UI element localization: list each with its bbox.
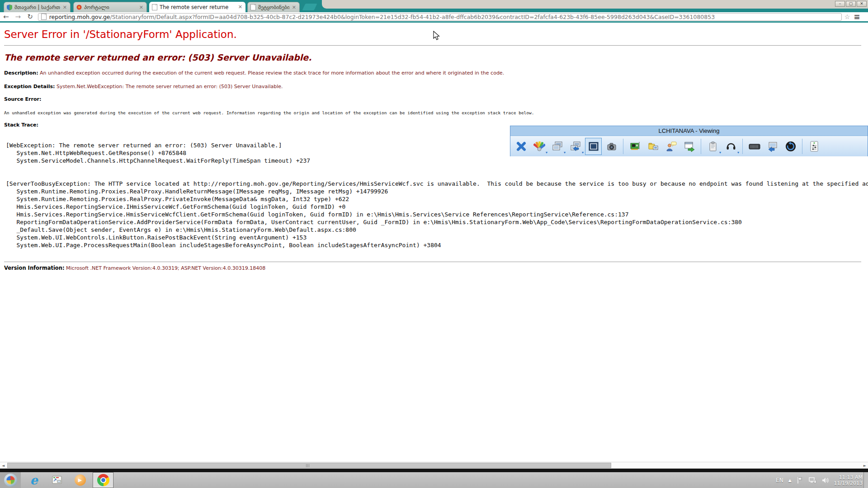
show-desktop-button[interactable] (863, 472, 868, 488)
taskbar-system-app[interactable] (47, 472, 67, 488)
color-fan-icon (533, 141, 545, 152)
toolbar-separator (802, 139, 802, 154)
titlebar-gray-area: – ▢ ✕ (322, 0, 868, 9)
taskbar-chrome[interactable] (93, 472, 113, 488)
folder-computer-icon (647, 141, 659, 152)
window-maximize-button[interactable]: ▢ (846, 1, 856, 7)
window-bottom-edge (0, 469, 868, 472)
bookmark-star-icon[interactable]: ☆ (844, 13, 850, 20)
chrome-icon (97, 474, 109, 486)
monitors-button[interactable] (549, 138, 566, 155)
send-keyboard-button[interactable] (746, 138, 763, 155)
forward-button[interactable]: → (12, 13, 24, 21)
settings-button[interactable] (806, 138, 822, 155)
remote-viewer-toolbar[interactable]: LCHITANAVA - Viewing (510, 126, 868, 156)
page-icon (41, 14, 47, 20)
scrollbar-grip (306, 464, 310, 467)
disconnect-button[interactable] (513, 138, 529, 155)
monitor-switch-button[interactable] (567, 138, 584, 155)
color-quality-button[interactable] (531, 138, 547, 155)
clock-date: 11/19/2013 (834, 480, 863, 486)
clipboard-button[interactable] (704, 138, 721, 155)
url-text: reporting.moh.gov.ge/Stationaryform/Defa… (49, 14, 715, 20)
viewer-title[interactable]: LCHITANAVA - Viewing (510, 126, 868, 136)
toolbar-separator (742, 139, 743, 154)
language-indicator[interactable]: EN (776, 477, 783, 483)
chat-button[interactable] (663, 138, 679, 155)
window-send-icon (684, 141, 695, 152)
system-tray: EN ▲ 11:13 AM 11/19/2013 (776, 472, 863, 488)
taskbar-media-player[interactable]: ▶ (70, 472, 90, 488)
tab-portal[interactable]: პორტალი ✕ (73, 2, 147, 12)
screenshot-button[interactable] (603, 138, 620, 155)
file-transfer-button[interactable] (645, 138, 661, 155)
page-favicon-icon (250, 4, 256, 10)
version-line: Version Information: Microsoft .NET Fram… (4, 265, 868, 271)
hidden-icons-chevron[interactable]: ▲ (788, 478, 792, 483)
volume-icon[interactable] (821, 477, 829, 484)
new-tab-button[interactable] (302, 4, 317, 10)
tab-title: პორტალი (84, 4, 137, 10)
taskbar-internet-explorer[interactable]: e (24, 472, 44, 488)
url-path: /Stationaryform/Default.aspx?formID=aa04… (110, 14, 715, 20)
browser-toolbar: ← → ↻ reporting.moh.gov.ge/Stationaryfor… (0, 12, 868, 21)
action-center-flag-icon[interactable] (797, 477, 803, 484)
url-omnibox[interactable]: reporting.moh.gov.ge/Stationaryform/Defa… (38, 13, 842, 21)
exception-text: System.Net.WebException: The remote serv… (57, 84, 283, 89)
reconnect-button[interactable] (782, 138, 799, 155)
switch-monitor-icon (570, 141, 581, 152)
scroll-left-arrow[interactable]: ◄ (2, 464, 5, 468)
settings-sliders-icon (808, 141, 820, 152)
portal-favicon-icon (76, 5, 82, 10)
start-button[interactable] (0, 472, 21, 488)
version-label: Version Information: (4, 265, 65, 271)
clipboard-icon (707, 141, 719, 152)
stack-trace: [WebException: The remote server returne… (6, 141, 868, 249)
tab-home[interactable]: მთავარი | საქართველ ✕ (4, 2, 71, 12)
scrollbar-thumb[interactable] (7, 463, 611, 468)
window-close-button[interactable]: ✕ (857, 1, 867, 7)
audio-button[interactable] (722, 138, 739, 155)
tab-close-icon[interactable]: ✕ (139, 5, 144, 10)
url-domain: reporting.moh.gov.ge (49, 14, 110, 20)
error-page: Server Error in '/StationaryForm' Applic… (0, 23, 868, 462)
page-favicon-icon (152, 4, 157, 10)
media-player-icon: ▶ (75, 474, 86, 486)
description-line: Description: An unhandled exception occu… (4, 70, 868, 76)
refresh-button[interactable]: ↻ (24, 13, 36, 21)
full-screen-button[interactable] (585, 138, 602, 155)
video-adapter-button[interactable] (627, 138, 643, 155)
source-error-label: Source Error: (4, 96, 868, 102)
source-error-text: An unhandled exception was generated dur… (4, 110, 868, 115)
system-app-icon (51, 475, 63, 486)
refresh-circle-icon (785, 141, 797, 152)
toolbar-separator (701, 139, 701, 154)
tab-error-page[interactable]: The remote server returne ✕ (149, 2, 245, 12)
back-button[interactable]: ← (0, 13, 12, 21)
version-text: Microsoft .NET Framework Version:4.0.303… (66, 265, 265, 271)
tab-title: მთავარი | საქართველ (14, 4, 60, 10)
tab-notifications[interactable]: შეტყობინების დათვალ ✕ (247, 2, 300, 12)
chrome-menu-icon[interactable]: ≡ (854, 12, 859, 21)
mouse-cursor (433, 31, 440, 41)
taskbar-clock[interactable]: 11:13 AM 11/19/2013 (834, 474, 863, 486)
internet-explorer-icon: e (30, 474, 38, 486)
window-minimize-button[interactable]: – (835, 1, 845, 7)
tab-close-icon[interactable]: ✕ (292, 5, 297, 10)
camera-icon (606, 141, 618, 152)
chat-person-icon (665, 141, 677, 152)
monitor-back-icon (767, 141, 778, 152)
exception-line: Exception Details: System.Net.WebExcepti… (4, 84, 868, 89)
viewer-icon-row (510, 136, 868, 156)
tab-strip: – ▢ ✕ მთავარი | საქართველ ✕ პორტალი ✕ Th… (0, 0, 868, 12)
tab-title: The remote server returne (160, 4, 236, 10)
headset-icon (725, 141, 737, 152)
tab-close-icon[interactable]: ✕ (238, 4, 243, 10)
tab-close-icon[interactable]: ✕ (62, 5, 67, 10)
horizontal-scrollbar[interactable]: ◄ ► (0, 462, 868, 469)
scroll-right-arrow[interactable]: ► (863, 464, 866, 468)
send-window-button[interactable] (681, 138, 698, 155)
ctrl-alt-del-button[interactable] (764, 138, 781, 155)
network-icon[interactable] (808, 477, 816, 484)
fullscreen-icon (588, 141, 599, 152)
